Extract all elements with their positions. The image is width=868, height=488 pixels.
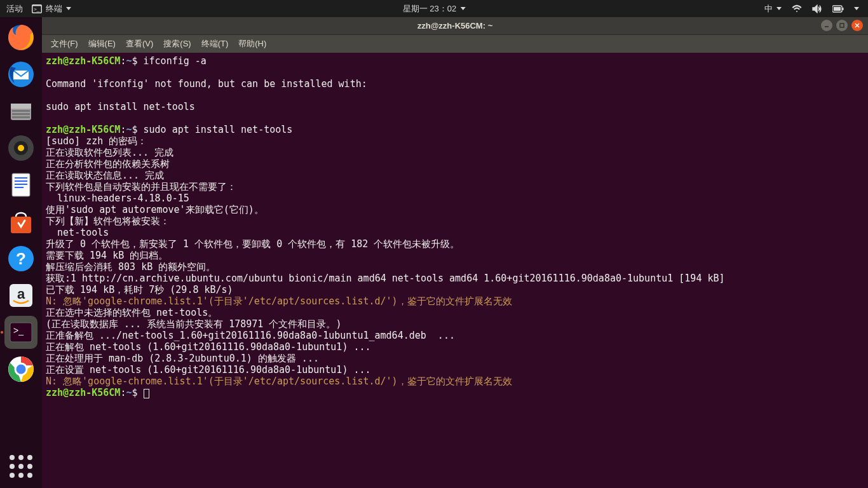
dock-files[interactable] (4, 95, 37, 128)
chevron-down-icon (460, 7, 465, 10)
line-warning: N: 忽略'google-chrome.list.1'(于目录'/etc/apt… (46, 376, 512, 387)
window-title: zzh@zzh-K56CM: ~ (417, 21, 493, 30)
minimize-button[interactable] (821, 20, 832, 31)
chevron-down-icon (776, 7, 782, 10)
line: linux-headers-4.18.0-15 (46, 193, 189, 204)
thunderbird-icon (7, 60, 35, 88)
line: (正在读取数据库 ... 系统当前共安装有 178971 个文件和目录。) (46, 318, 341, 330)
line: 解压缩后会消耗 803 kB 的额外空间。 (46, 261, 215, 273)
command-2: sudo apt install net-tools (144, 124, 293, 135)
dock-software[interactable] (4, 205, 37, 238)
line: 下列软件包是自动安装的并且现在不需要了： (46, 181, 236, 193)
show-applications[interactable] (4, 450, 37, 483)
svg-rect-17 (15, 177, 27, 179)
activities-button[interactable]: 活动 (6, 3, 23, 15)
menu-file[interactable]: 文件(F) (47, 37, 82, 51)
svg-rect-18 (15, 180, 27, 182)
chevron-down-icon (66, 7, 71, 10)
chrome-icon (7, 355, 35, 383)
apps-grid-icon (10, 455, 32, 478)
line: 正在处理用于 man-db (2.8.3-2ubuntu0.1) 的触发器 ..… (46, 353, 319, 364)
maximize-button[interactable] (836, 20, 848, 31)
gnome-topbar: 活动 >_ 终端 星期一 23：02 中 (0, 0, 868, 17)
line: 升级了 0 个软件包，新安装了 1 个软件包，要卸载 0 个软件包，有 182 … (46, 238, 459, 250)
line: 正在选中未选择的软件包 net-tools。 (46, 307, 217, 318)
line: 正在解包 net-tools (1.60+git20161116.90da8a0… (46, 341, 371, 353)
terminal-menubar: 文件(F) 编辑(E) 查看(V) 搜索(S) 终端(T) 帮助(H) (42, 35, 868, 53)
firefox-icon (7, 24, 35, 51)
menu-search[interactable]: 搜索(S) (159, 37, 194, 51)
command-1: ifconfig -a (144, 55, 207, 67)
menu-view[interactable]: 查看(V) (122, 37, 157, 51)
line-warning: N: 忽略'google-chrome.list.1'(于目录'/etc/apt… (46, 295, 512, 307)
line: 正在读取状态信息... 完成 (46, 170, 164, 181)
svg-text:>_: >_ (13, 325, 24, 336)
svg-rect-21 (11, 217, 31, 233)
shopping-bag-icon (7, 208, 35, 236)
cursor (144, 389, 149, 398)
dock-help[interactable]: ? (4, 242, 37, 275)
svg-rect-19 (15, 184, 27, 185)
volume-icon[interactable] (812, 4, 822, 13)
dock: ? a >_ (0, 17, 42, 488)
svg-rect-20 (15, 187, 24, 188)
dock-chrome[interactable] (4, 353, 37, 386)
line: 使用'sudo apt autoremove'来卸载它(它们)。 (46, 204, 264, 215)
svg-text:?: ? (16, 249, 26, 268)
document-icon (7, 171, 35, 199)
terminal-output[interactable]: zzh@zzh-K56CM:~$ ifconfig -a Command 'if… (42, 53, 868, 488)
files-icon (7, 97, 35, 125)
ime-indicator[interactable]: 中 (764, 3, 782, 15)
amazon-icon: a (7, 281, 35, 309)
svg-rect-10 (12, 110, 30, 112)
prompt-userhost: zzh@zzh-K56CM (46, 387, 120, 398)
system-menu-chevron-icon[interactable] (854, 7, 859, 10)
line: sudo apt install net-tools (46, 101, 195, 112)
window-titlebar[interactable]: zzh@zzh-K56CM: ~ (42, 17, 868, 35)
menu-terminal[interactable]: 终端(T) (198, 37, 233, 51)
svg-rect-11 (12, 113, 30, 115)
terminal-icon: >_ (7, 318, 35, 346)
line: net-tools (46, 227, 109, 238)
line: 正在分析软件包的依赖关系树 (46, 158, 170, 170)
app-menu-label: 终端 (46, 3, 62, 15)
ime-label: 中 (764, 3, 773, 15)
line: 已下载 194 kB，耗时 7秒 (29.8 kB/s) (46, 284, 233, 295)
line: [sudo] zzh 的密码： (46, 135, 147, 147)
svg-point-15 (18, 145, 24, 151)
line: 需要下载 194 kB 的归档。 (46, 250, 168, 261)
menu-help[interactable]: 帮助(H) (234, 37, 270, 51)
line: 正在设置 net-tools (1.60+git20161116.90da8a0… (46, 364, 371, 376)
svg-rect-31 (840, 24, 844, 27)
speaker-icon (7, 134, 35, 162)
svg-rect-12 (12, 116, 30, 118)
svg-rect-5 (834, 7, 841, 11)
close-button[interactable] (851, 20, 863, 31)
wifi-icon[interactable] (792, 4, 802, 13)
terminal-icon: >_ (32, 4, 42, 13)
line: 下列【新】软件包将被安装： (46, 215, 170, 227)
help-icon: ? (7, 245, 35, 273)
svg-text:a: a (17, 286, 25, 302)
clock[interactable]: 星期一 23：02 (403, 3, 457, 15)
battery-icon[interactable] (832, 5, 844, 13)
svg-rect-4 (843, 8, 844, 10)
menu-edit[interactable]: 编辑(E) (85, 37, 119, 51)
dock-firefox[interactable] (4, 21, 37, 54)
svg-point-29 (15, 363, 27, 375)
dock-thunderbird[interactable] (4, 58, 37, 91)
svg-rect-9 (11, 104, 31, 109)
prompt-userhost: zzh@zzh-K56CM (46, 55, 120, 67)
svg-text:>_: >_ (34, 6, 40, 12)
dock-writer[interactable] (4, 168, 37, 201)
prompt-userhost: zzh@zzh-K56CM (46, 124, 120, 135)
dock-terminal[interactable]: >_ (4, 316, 37, 349)
app-menu[interactable]: >_ 终端 (32, 3, 71, 15)
dock-rhythmbox[interactable] (4, 132, 37, 165)
line: 获取:1 http://cn.archive.ubuntu.com/ubuntu… (46, 273, 725, 284)
line: Command 'ifconfig' not found, but can be… (46, 78, 367, 90)
line: 正准备解包 .../net-tools_1.60+git20161116.90d… (46, 330, 455, 341)
dock-amazon[interactable]: a (4, 279, 37, 312)
line: 正在读取软件包列表... 完成 (46, 147, 173, 158)
terminal-window: zzh@zzh-K56CM: ~ 文件(F) 编辑(E) 查看(V) 搜索(S)… (42, 17, 868, 488)
